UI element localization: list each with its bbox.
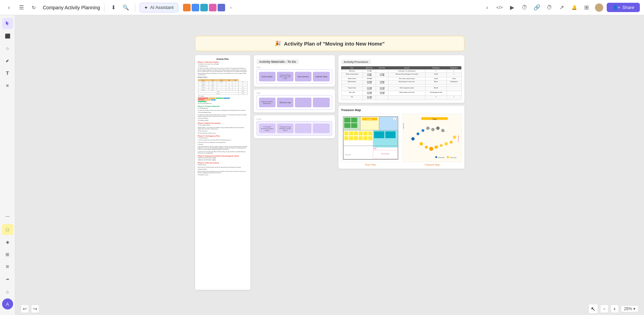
cursor-mode-button[interactable]: ↖ bbox=[588, 304, 598, 314]
phase-6-step-1: 6.1 Activity Survey bbox=[198, 164, 248, 166]
svg-point-47 bbox=[429, 147, 433, 151]
eraser-tool[interactable]: ✕ bbox=[2, 80, 13, 91]
download-button[interactable]: ⬇ bbox=[109, 3, 118, 12]
card-3d-map[interactable]: 3D promo map bbox=[277, 98, 294, 107]
card-content[interactable]: Content of: Tasks, Forms, Gifts, and Car… bbox=[277, 72, 294, 81]
card-cartoon-design[interactable]: A piece of cartoon Design Zone bbox=[259, 98, 276, 107]
card-flow-inventory[interactable]: Flow inventory bbox=[295, 72, 311, 81]
board-content: 🎉 Activity Plan of "Moving into New Home… bbox=[195, 36, 464, 290]
notify-button[interactable]: 🔔 bbox=[569, 3, 579, 12]
zoom-out-button[interactable]: − bbox=[600, 305, 608, 313]
svg-rect-16 bbox=[368, 131, 372, 136]
redo-button[interactable]: ↪ bbox=[31, 305, 39, 313]
treasure-map-visual: Stage Start Area Finish Line bbox=[403, 114, 462, 162]
embed-button[interactable]: </> bbox=[495, 3, 504, 12]
list-tool[interactable]: ≡ bbox=[2, 261, 13, 272]
shapes-tool[interactable]: ○ bbox=[2, 43, 13, 54]
card-audit-2[interactable]: Family processing materials or project s… bbox=[277, 124, 294, 133]
phase-1-heading: Phase 1: Plan the Activity bbox=[198, 61, 248, 63]
connect-tool[interactable]: 〰 bbox=[2, 211, 13, 223]
paint-tool[interactable]: ◈ bbox=[2, 236, 13, 247]
canvas-area[interactable]: 🎉 Activity Plan of "Moving into New Home… bbox=[15, 15, 644, 315]
svg-point-53 bbox=[435, 156, 437, 158]
ai-assistant-label: AI Assistant bbox=[150, 5, 174, 10]
svg-point-55 bbox=[447, 156, 449, 158]
separator-2 bbox=[135, 3, 135, 12]
publish-button[interactable]: ↗ bbox=[557, 3, 567, 12]
svg-point-49 bbox=[440, 144, 443, 147]
phase-5-heading: Phase 5: During the Activity (Chronologi… bbox=[198, 155, 248, 157]
note-tool[interactable]: □ bbox=[2, 224, 13, 235]
proc-col-participant: Participant bbox=[425, 66, 446, 70]
bottom-left-controls: ↩ ↪ bbox=[21, 305, 39, 313]
toolbar: ‹ ☰ ↻ Company Activity Planning ⬇ 🔍 ✦ AI… bbox=[0, 0, 644, 15]
ai-assistant-button[interactable]: ✦ AI Assistant bbox=[140, 3, 178, 12]
cursor-tool[interactable] bbox=[2, 18, 13, 29]
svg-rect-4 bbox=[344, 118, 350, 122]
refresh-button[interactable]: ↻ bbox=[29, 3, 39, 12]
search-button[interactable]: 🔍 bbox=[121, 3, 131, 12]
menu-button[interactable]: ☰ bbox=[17, 3, 26, 12]
link-button[interactable]: 🔗 bbox=[532, 3, 542, 12]
more-options-tool[interactable]: ••• bbox=[2, 274, 13, 285]
treasure-maps-container: ENTRY bbox=[341, 114, 462, 166]
zoom-controls: ↖ − + 28% ▾ bbox=[588, 304, 638, 314]
phase-5-note: COMPLETE YOUR PRODUCTS (AND) bbox=[198, 157, 248, 159]
user-button[interactable]: A bbox=[2, 298, 13, 309]
svg-rect-21 bbox=[363, 136, 367, 140]
integration-4[interactable] bbox=[209, 4, 217, 11]
integration-3[interactable] bbox=[200, 4, 208, 11]
svg-text:Finish Line: Finish Line bbox=[458, 136, 459, 142]
integration-5[interactable] bbox=[218, 4, 225, 11]
phase-1-procedure: 1.3 Procedure bbox=[198, 96, 248, 97]
home-button[interactable]: ⌂ bbox=[2, 286, 13, 297]
text-tool[interactable]: T bbox=[2, 68, 13, 79]
svg-rect-26 bbox=[343, 146, 398, 159]
card-calendar-setup[interactable]: Calendar Setup bbox=[313, 72, 329, 81]
hand-tool[interactable]: ⬛ bbox=[2, 30, 13, 41]
card-check-div[interactable] bbox=[313, 98, 329, 107]
procedure-section: Activity Procedure Item Start Time End T… bbox=[338, 55, 464, 103]
svg-rect-20 bbox=[358, 136, 363, 140]
zoom-level-display[interactable]: 28% ▾ bbox=[621, 305, 638, 312]
card-back-outs[interactable] bbox=[295, 98, 311, 107]
share-button[interactable]: 👤+ Share bbox=[607, 3, 640, 12]
more-button[interactable]: ⊞ bbox=[582, 3, 592, 12]
phase-2-step-2: 2.2 Enrollment/Activity Draws bbox=[198, 112, 248, 113]
expand-right-button[interactable]: › bbox=[482, 3, 492, 12]
collapse-integrations[interactable]: ‹ bbox=[226, 3, 236, 12]
pen-tool[interactable]: ✒ bbox=[0, 53, 15, 68]
timer-button[interactable]: ⏱ bbox=[520, 3, 529, 12]
ai-icon: ✦ bbox=[144, 5, 148, 10]
svg-text:Team Gold: Team Gold bbox=[450, 157, 456, 158]
table-row: Welcome and greeting9:30 AM9:50 AM9:30 A… bbox=[341, 73, 461, 77]
phase-6-survey: Both you have to check the progress and … bbox=[198, 167, 248, 168]
svg-rect-13 bbox=[354, 131, 358, 136]
card-audit-4[interactable] bbox=[313, 124, 329, 133]
svg-rect-24 bbox=[374, 131, 384, 138]
card-audit-3[interactable] bbox=[295, 124, 311, 133]
history-button[interactable]: ⏱ bbox=[545, 3, 554, 12]
treasure-map-svg: Stage Start Area Finish Line bbox=[403, 114, 461, 162]
table-row: Station transfer10:00 AMDirect visitors … bbox=[341, 77, 461, 80]
user-avatar[interactable] bbox=[594, 3, 604, 12]
treasure-map-wrapper: Stage Start Area Finish Line bbox=[403, 114, 462, 166]
phase-6-step-3: 6.3 Satisfaction Survey bbox=[198, 174, 248, 176]
svg-text:Start Area: Start Area bbox=[403, 123, 404, 129]
integration-2[interactable] bbox=[192, 4, 199, 11]
play-button[interactable]: ▶ bbox=[507, 3, 517, 12]
phase-4-heading: Phase 4: Contingency Plan bbox=[198, 135, 248, 137]
svg-rect-22 bbox=[368, 136, 372, 140]
phase-2-desc-2: For tasks with a "Select to follow into … bbox=[198, 114, 248, 117]
progress-bars-2 bbox=[198, 99, 248, 100]
svg-text:Stage: Stage bbox=[373, 148, 377, 149]
audit-cards-grid: Find activity processes of project solut… bbox=[257, 121, 332, 136]
undo-button[interactable]: ↩ bbox=[21, 305, 29, 313]
zoom-in-button[interactable]: + bbox=[611, 305, 619, 313]
card-event-location[interactable]: Event location bbox=[259, 72, 276, 81]
card-audit-1[interactable]: Find activity processes of project solut… bbox=[259, 124, 276, 133]
back-button[interactable]: ‹ bbox=[4, 3, 14, 12]
phase-4-item-4: 3). Ignore the door and slide down. Allo… bbox=[198, 151, 248, 154]
integration-1[interactable] bbox=[183, 4, 191, 11]
table-tool[interactable]: ⊞ bbox=[2, 249, 13, 260]
